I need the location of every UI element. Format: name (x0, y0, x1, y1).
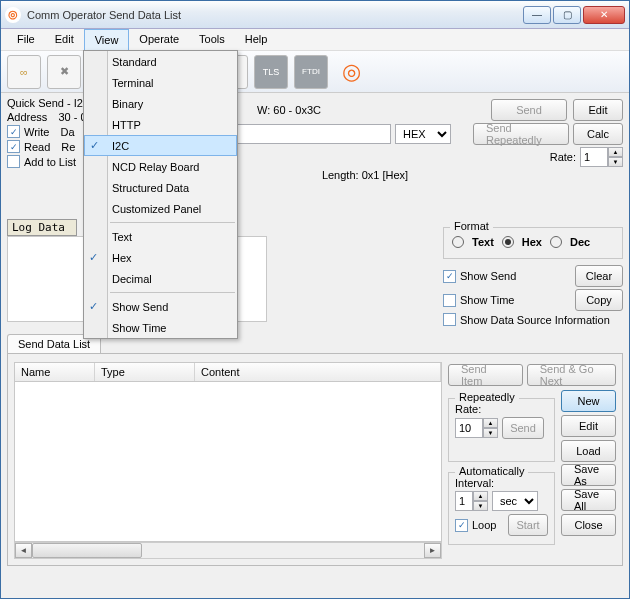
menu-view[interactable]: View (84, 29, 130, 50)
dd-i2c[interactable]: ✓I2C (84, 135, 237, 156)
clear-button[interactable]: Clear (575, 265, 623, 287)
showtime-checkbox[interactable] (443, 294, 456, 307)
saveas-button[interactable]: Save As (561, 464, 616, 486)
col-type[interactable]: Type (95, 363, 195, 381)
loop-checkbox[interactable]: ✓ (455, 519, 468, 532)
dd-decimal[interactable]: Decimal (84, 268, 237, 289)
interval-label: Interval: (455, 477, 548, 489)
menu-operate[interactable]: Operate (129, 29, 189, 50)
dd-terminal[interactable]: Terminal (84, 72, 237, 93)
check-icon: ✓ (90, 139, 99, 152)
start-button[interactable]: Start (508, 514, 548, 536)
maximize-button[interactable]: ▢ (553, 6, 581, 24)
menu-tools[interactable]: Tools (189, 29, 235, 50)
rep-rate-label: Rate: (455, 403, 548, 415)
write-label: Write (24, 126, 49, 138)
read-short: Re (61, 141, 75, 153)
toolbar-icon-tls[interactable]: TLS (254, 55, 288, 89)
dd-binary[interactable]: Binary (84, 93, 237, 114)
addlist-checkbox[interactable] (7, 155, 20, 168)
new-button[interactable]: New (561, 390, 616, 412)
interval-input[interactable] (455, 491, 473, 511)
menu-file[interactable]: File (7, 29, 45, 50)
send-button[interactable]: Send (491, 99, 567, 121)
write-short: Da (61, 126, 75, 138)
w-label: W: 60 - 0x3C (257, 104, 321, 116)
format-text-radio[interactable] (452, 236, 464, 248)
dd-http[interactable]: HTTP (84, 114, 237, 135)
rep-rate-spinner[interactable]: ▲▼ (455, 418, 498, 438)
dd-hex[interactable]: ✓Hex (84, 247, 237, 268)
window-title: Comm Operator Send Data List (27, 9, 523, 21)
dd-text[interactable]: Text (84, 226, 237, 247)
dd-showsend[interactable]: ✓Show Send (84, 296, 237, 317)
calc-button[interactable]: Calc (573, 123, 623, 145)
showdsi-checkbox[interactable] (443, 313, 456, 326)
app-icon: ◎ (5, 7, 21, 23)
edit2-button[interactable]: Edit (561, 415, 616, 437)
automatically-group: Automatically Interval: ▲▼ sec ✓ Loop (448, 472, 555, 545)
copy-button[interactable]: Copy (575, 289, 623, 311)
format-group: Format Text Hex Dec (443, 227, 623, 259)
interval-spinner[interactable]: ▲▼ (455, 491, 488, 511)
unit-select[interactable]: sec (492, 491, 538, 511)
addlist-label: Add to List (24, 156, 76, 168)
dd-ncd[interactable]: NCD Relay Board (84, 156, 237, 177)
check-icon: ✓ (89, 300, 98, 313)
rate-spinner[interactable]: ▲▼ (580, 147, 623, 167)
saveall-button[interactable]: Save All (561, 489, 616, 511)
write-checkbox[interactable]: ✓ (7, 125, 20, 138)
scroll-left[interactable]: ◄ (15, 543, 32, 558)
edit-button[interactable]: Edit (573, 99, 623, 121)
list-body[interactable] (14, 382, 442, 542)
toolbar-icon-2[interactable]: ✖ (47, 55, 81, 89)
auto-title: Automatically (455, 465, 528, 477)
toolbar-icon-target[interactable]: ◎ (334, 55, 368, 89)
menu-help[interactable]: Help (235, 29, 278, 50)
toolbar-icon-1[interactable]: ∞ (7, 55, 41, 89)
dd-structured[interactable]: Structured Data (84, 177, 237, 198)
format-dec-radio[interactable] (550, 236, 562, 248)
col-content[interactable]: Content (195, 363, 441, 381)
close-button[interactable]: ✕ (583, 6, 625, 24)
col-name[interactable]: Name (15, 363, 95, 381)
dd-standard[interactable]: Standard (84, 51, 237, 72)
showsend-checkbox[interactable]: ✓ (443, 270, 456, 283)
check-icon: ✓ (89, 251, 98, 264)
close2-button[interactable]: Close (561, 514, 616, 536)
rate-input[interactable] (580, 147, 608, 167)
showdsi-label: Show Data Source Information (460, 314, 610, 326)
menubar: File Edit View Operate Tools Help (1, 29, 629, 51)
load-button[interactable]: Load (561, 440, 616, 462)
scroll-right[interactable]: ► (424, 543, 441, 558)
rate-label: Rate: (550, 151, 576, 163)
repeatedly-title: Repeatedly (455, 391, 519, 403)
rate-down[interactable]: ▼ (608, 157, 623, 167)
h-scrollbar[interactable]: ◄ ► (14, 542, 442, 559)
rate-up[interactable]: ▲ (608, 147, 623, 157)
address-label: Address (7, 111, 47, 123)
repeatedly-group: Repeatedly Rate: ▲▼ Send (448, 398, 555, 462)
send-repeatedly-button[interactable]: Send Repeatedly (473, 123, 569, 145)
format-select[interactable]: HEX (395, 124, 451, 144)
rep-send-button[interactable]: Send (502, 417, 544, 439)
sendgonext-button[interactable]: Send & Go Next (527, 364, 616, 386)
menu-edit[interactable]: Edit (45, 29, 84, 50)
minimize-button[interactable]: ― (523, 6, 551, 24)
dd-customized[interactable]: Customized Panel (84, 198, 237, 219)
senditem-button[interactable]: Send Item (448, 364, 523, 386)
loop-label: Loop (472, 519, 504, 531)
titlebar: ◎ Comm Operator Send Data List ― ▢ ✕ (1, 1, 629, 29)
format-title: Format (450, 220, 493, 232)
scroll-thumb[interactable] (32, 543, 142, 558)
dd-showtime[interactable]: Show Time (84, 317, 237, 338)
showsend-label: Show Send (460, 270, 571, 282)
showtime-label: Show Time (460, 294, 571, 306)
read-checkbox[interactable]: ✓ (7, 140, 20, 153)
toolbar-icon-ftdi[interactable]: FTDI (294, 55, 328, 89)
view-dropdown: Standard Terminal Binary HTTP ✓I2C NCD R… (83, 50, 238, 339)
format-hex-radio[interactable] (502, 236, 514, 248)
length-label: Length: 0x1 [Hex] (322, 169, 408, 181)
rep-rate-input[interactable] (455, 418, 483, 438)
list-header: Name Type Content (14, 362, 442, 382)
